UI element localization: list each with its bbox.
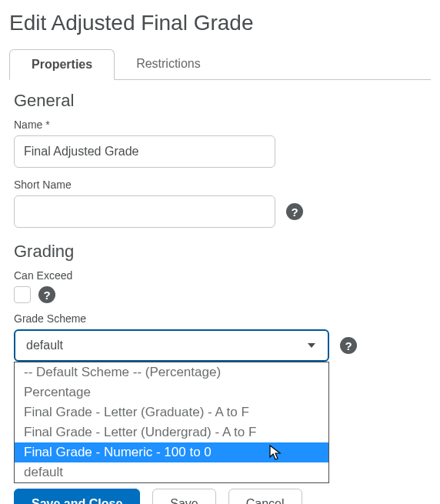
tab-properties[interactable]: Properties [9,49,115,80]
grade-scheme-option[interactable]: Final Grade - Numeric - 100 to 0 [15,442,328,462]
save-button[interactable]: Save [152,489,215,504]
help-icon[interactable]: ? [286,203,303,220]
section-grading-heading: Grading [14,242,426,262]
cursor-icon [268,444,282,465]
tabs: Properties Restrictions [9,49,431,80]
help-icon[interactable]: ? [38,286,55,303]
section-general-heading: General [14,91,426,111]
name-input[interactable] [14,135,275,168]
chevron-down-icon [302,335,322,355]
grade-scheme-option[interactable]: Final Grade - Letter (Undergrad) - A to … [15,422,328,442]
grade-scheme-toggle[interactable]: default [14,329,329,362]
help-icon[interactable]: ? [340,337,357,354]
save-and-close-button[interactable]: Save and Close [14,489,140,504]
tab-content: General Name * Short Name ? Grading Can … [9,91,431,504]
grade-scheme-selected: default [26,339,63,352]
name-label: Name * [14,118,426,131]
grade-scheme-dropdown: default -- Default Scheme -- (Percentage… [14,329,329,362]
short-name-input[interactable] [14,195,275,228]
can-exceed-row: ? [14,286,426,303]
can-exceed-checkbox[interactable] [14,286,31,303]
grade-scheme-option[interactable]: default [15,462,328,482]
can-exceed-label: Can Exceed [14,269,426,282]
grade-scheme-option[interactable]: Percentage [15,382,328,402]
page-root: Edit Adjusted Final Grade Properties Res… [0,0,440,504]
cancel-button[interactable]: Cancel [228,489,302,504]
grade-scheme-option[interactable]: -- Default Scheme -- (Percentage) [15,362,328,382]
grade-scheme-option[interactable]: Final Grade - Letter (Graduate) - A to F [15,402,328,422]
short-name-row: ? [14,195,426,228]
button-bar: Save and Close Save Cancel [14,489,426,504]
tab-restrictions[interactable]: Restrictions [115,49,222,79]
grade-scheme-list: -- Default Scheme -- (Percentage)Percent… [14,362,329,483]
grade-scheme-label: Grade Scheme [14,312,426,325]
page-title: Edit Adjusted Final Grade [9,11,431,35]
grade-scheme-row: default -- Default Scheme -- (Percentage… [14,329,426,362]
short-name-label: Short Name [14,179,426,191]
